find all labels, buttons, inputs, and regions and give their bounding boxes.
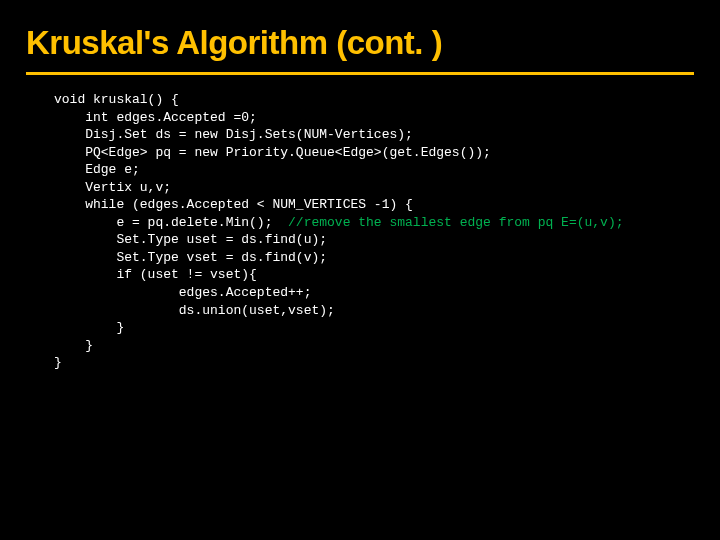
code-line: Set.Type uset = ds.find(u); <box>54 232 327 247</box>
code-line: int edges.Accepted =0; <box>54 110 257 125</box>
slide: Kruskal's Algorithm (cont. ) void kruska… <box>0 0 720 540</box>
code-line: } <box>54 338 93 353</box>
code-comment: //remove the smallest edge from pq E=(u,… <box>288 215 623 230</box>
code-line: e = pq.delete.Min(); <box>54 215 288 230</box>
slide-title: Kruskal's Algorithm (cont. ) <box>26 24 694 75</box>
code-line: Disj.Set ds = new Disj.Sets(NUM-Vertices… <box>54 127 413 142</box>
code-line: Set.Type vset = ds.find(v); <box>54 250 327 265</box>
code-line: } <box>54 355 62 370</box>
code-line: Edge e; <box>54 162 140 177</box>
code-line: PQ<Edge> pq = new Priority.Queue<Edge>(g… <box>54 145 491 160</box>
code-line: if (uset != vset){ <box>54 267 257 282</box>
code-block: void kruskal() { int edges.Accepted =0; … <box>54 91 694 372</box>
code-line: edges.Accepted++; <box>54 285 311 300</box>
code-line: void kruskal() { <box>54 92 179 107</box>
code-line: Vertix u,v; <box>54 180 171 195</box>
code-line: while (edges.Accepted < NUM_VERTICES -1)… <box>54 197 413 212</box>
code-line: } <box>54 320 124 335</box>
code-line: ds.union(uset,vset); <box>54 303 335 318</box>
